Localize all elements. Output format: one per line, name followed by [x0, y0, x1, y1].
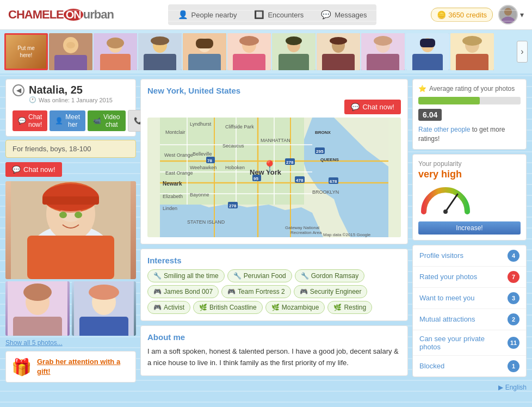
stat-mutual-label: Mutual attractions: [419, 315, 475, 323]
svg-point-21: [239, 36, 259, 46]
video-chat-button[interactable]: 📹 Video chat: [88, 110, 125, 131]
stat-private-label: Can see your private photos: [419, 335, 508, 351]
interest-james-bond[interactable]: 🎮 James Bond 007: [147, 285, 219, 298]
header-right: 🪙 3650 credits ▾: [431, 5, 524, 24]
interest-team-fortress[interactable]: 🎮 Team Fortress 2: [221, 285, 291, 298]
strip-photo-6[interactable]: [272, 33, 316, 70]
stat-meet-badge: 3: [508, 292, 519, 304]
chat-now-top-button[interactable]: 💬 Chat now!: [344, 100, 401, 114]
gauge-row: [418, 184, 521, 221]
strip-photo-9[interactable]: [406, 33, 449, 70]
svg-rect-32: [367, 54, 399, 70]
svg-point-41: [462, 36, 482, 46]
rate-other-link[interactable]: Rate other people: [418, 126, 470, 133]
strip-photo-5[interactable]: [227, 33, 271, 70]
strip-photo-1[interactable]: [49, 33, 92, 70]
interest-label-10: Resting: [344, 304, 366, 311]
strip-photo-7[interactable]: [317, 33, 360, 70]
logo-on: ON: [64, 9, 83, 21]
increase-label: Increase!: [456, 224, 482, 232]
about-section: About me I am a soft spoken, honest & ta…: [140, 325, 408, 376]
chat-now-label: Chat now!: [28, 113, 42, 128]
tag-icon-8: 🌿: [199, 304, 207, 311]
stat-visitors-count: 4: [512, 252, 515, 259]
stat-want-to-meet[interactable]: Want to meet you 3: [413, 288, 526, 309]
interest-label-2: Peruvian Food: [244, 272, 286, 280]
tag-icon-6: 🎮: [300, 288, 308, 295]
stat-mutual-count: 2: [512, 316, 515, 323]
stat-visitors-label: Profile visitors: [419, 251, 463, 260]
svg-text:78: 78: [207, 158, 212, 163]
tab-people-nearby[interactable]: 👤 People nearby: [170, 7, 245, 23]
chat-icon: 💬: [18, 117, 26, 125]
chat-now-left-button[interactable]: 💬 Chat now!: [5, 162, 62, 177]
stat-profile-visitors[interactable]: Profile visitors 4: [413, 245, 526, 267]
svg-text:Montclair: Montclair: [165, 130, 185, 135]
profile-photo-main[interactable]: [5, 181, 136, 279]
strip-photo-3[interactable]: [138, 33, 182, 70]
show-all-photos-link[interactable]: Show all 5 photos...: [5, 339, 136, 347]
rating-star-icon: ⭐: [418, 85, 426, 92]
svg-point-25: [286, 36, 302, 45]
interest-smiling[interactable]: 🔧 Smiling all the time: [147, 269, 225, 282]
profile-age: 25: [71, 84, 83, 96]
meet-her-label: Meet her: [65, 113, 80, 128]
tab-messages-label: Messages: [335, 11, 367, 19]
strip-photo-10[interactable]: [450, 33, 494, 70]
people-icon: 👤: [178, 10, 188, 20]
map-credit-text: Map data ©2015 Google: [323, 232, 371, 237]
chat-now-button[interactable]: 💬 Chat now!: [13, 110, 47, 131]
interest-mozambique[interactable]: 🌿 Mozambique: [265, 301, 325, 314]
strip-photo-2[interactable]: [94, 33, 137, 70]
back-button[interactable]: ◀: [13, 84, 24, 96]
interest-security-engineer[interactable]: 🎮 Security Engineer: [294, 285, 368, 298]
strip-photo-8[interactable]: [361, 33, 405, 70]
credits-badge[interactable]: 🪙 3650 credits: [431, 8, 493, 22]
profile-photo-small-2[interactable]: [72, 281, 136, 336]
chat-icon-top: 💬: [351, 103, 360, 111]
svg-line-109: [446, 194, 457, 212]
svg-text:678: 678: [330, 179, 337, 184]
strip-photo-4[interactable]: [183, 33, 226, 70]
meet-her-button[interactable]: 👤 Meet her: [50, 110, 85, 131]
stat-mutual-attractions[interactable]: Mutual attractions 2: [413, 309, 526, 330]
stat-visitors-badge: 4: [508, 250, 519, 262]
interest-peruvian-food[interactable]: 🔧 Peruvian Food: [227, 269, 292, 282]
popularity-value: very high: [418, 169, 521, 180]
user-menu[interactable]: ▾: [498, 5, 524, 24]
about-text: I am a soft spoken, honest & talented pe…: [147, 346, 401, 369]
show-all-photos-text: Show all 5 photos...: [5, 339, 63, 347]
interest-gordon-ramsay[interactable]: 🔧 Gordon Ramsay: [295, 269, 364, 282]
tab-people-nearby-label: People nearby: [191, 11, 237, 19]
location-text: New York, United States: [147, 86, 240, 95]
increase-button[interactable]: Increase!: [418, 221, 521, 235]
svg-rect-8: [100, 54, 131, 70]
stat-private-count: 11: [510, 340, 517, 346]
svg-point-59: [89, 285, 119, 300]
stat-rated-photos[interactable]: Rated your photos 7: [413, 267, 526, 288]
chat-now-left-label: Chat now!: [23, 165, 55, 174]
language-link[interactable]: ▶ English: [498, 384, 527, 391]
profile-photo-small-1[interactable]: [5, 281, 70, 336]
tag-icon-2: 🔧: [233, 272, 242, 280]
encounters-icon: 🔲: [254, 10, 264, 20]
svg-rect-24: [279, 54, 309, 70]
interest-resting[interactable]: 🌿 Resting: [327, 301, 372, 314]
seeking-text: For friends, boys, 18-100: [13, 145, 91, 153]
stat-blocked[interactable]: Blocked 1: [413, 356, 526, 377]
interest-activist[interactable]: 🎮 Activist: [147, 301, 190, 314]
tab-encounters[interactable]: 🔲 Encounters: [246, 7, 311, 23]
profile-name: Natalia, 25: [29, 84, 83, 96]
stats-list: Profile visitors 4 Rated your photos 7 W…: [412, 245, 527, 377]
strip-add-photo[interactable]: Put mehere!: [4, 33, 48, 70]
svg-point-1: [502, 17, 515, 23]
gift-link[interactable]: Grab her attention with a gift!: [37, 357, 130, 377]
photos-grid: [5, 181, 136, 336]
stat-private-photos[interactable]: Can see your private photos 11: [413, 330, 526, 356]
tab-messages[interactable]: 💬 Messages: [313, 7, 374, 23]
interest-british-coastline[interactable]: 🌿 British Coastline: [193, 301, 263, 314]
stat-blocked-badge: 1: [508, 360, 519, 372]
strip-next-arrow[interactable]: ›: [517, 41, 528, 63]
stat-rated-count: 7: [512, 274, 515, 280]
coin-icon: 🪙: [437, 10, 446, 19]
